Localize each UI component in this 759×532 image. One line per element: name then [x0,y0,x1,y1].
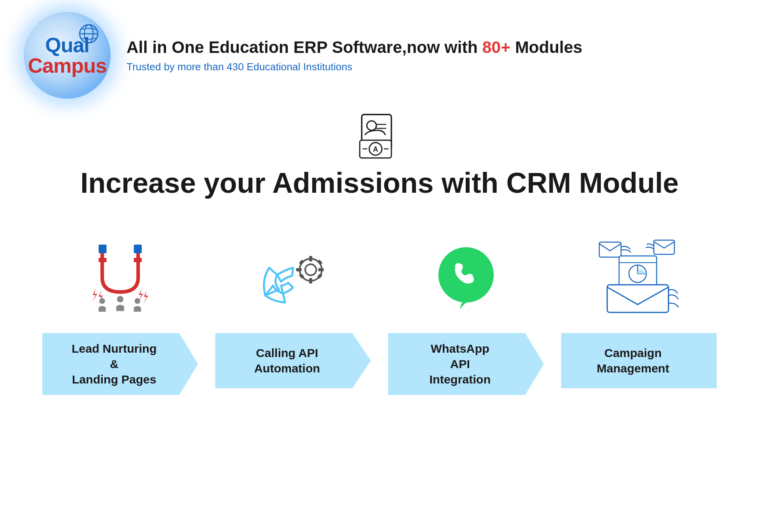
whatsapp-line3: Integration [429,373,491,386]
svg-rect-13 [134,245,142,254]
header-title-highlight: 80+ [482,38,510,56]
whatsapp-label-wrap: WhatsApp API Integration [380,333,553,395]
svg-rect-15 [134,258,142,262]
svg-rect-23 [296,268,302,271]
campaign-line2: Management [597,362,669,375]
person1 [98,298,106,312]
feature-whatsapp: WhatsApp API Integration [380,222,553,395]
svg-rect-34 [607,285,668,312]
lead-nurturing-line1: Lead Nurturing [72,342,157,355]
header: Qual Campus All in One Education ERP Sof… [0,0,759,107]
crm-icon: A [354,111,405,162]
svg-point-18 [134,298,140,304]
campaign-line1: Campaign [604,346,662,359]
feature-calling-api: Calling API Automation [207,222,380,395]
person2 [116,296,124,311]
svg-text:A: A [373,145,378,153]
svg-point-17 [117,296,123,303]
header-title-suffix: Modules [510,38,582,56]
whatsapp-label: WhatsApp API Integration [429,341,491,387]
svg-rect-22 [309,278,312,284]
calling-api-label-wrap: Calling API Automation [207,333,380,388]
lead-nurturing-icon-area [34,222,207,333]
svg-rect-21 [309,256,312,261]
svg-rect-12 [98,245,106,254]
lead-nurturing-arrow: Lead Nurturing & Landing Pages [42,333,198,395]
campaign-label: Campaign Management [597,345,669,376]
crm-icon-container: A [354,111,405,164]
person3 [134,298,141,312]
campaign-icon-area [553,222,726,333]
calling-api-line1: Calling API [256,346,318,359]
header-text: All in One Education ERP Software,now wi… [126,38,582,73]
svg-point-16 [99,298,105,304]
svg-rect-31 [654,240,674,254]
calling-api-icon-area [207,222,380,333]
campaign-label-wrap: Campaign Management [553,333,726,388]
svg-rect-24 [318,268,324,271]
main-content: A Increase your Admissions with CRM Modu… [0,107,759,411]
lead-nurturing-line3: Landing Pages [72,373,156,386]
campaign-arrow: Campaign Management [561,333,717,388]
lead-nurturing-label: Lead Nurturing & Landing Pages [72,341,157,387]
magnet-icon [85,238,156,317]
svg-point-29 [438,247,494,303]
phone-gear-icon [253,240,332,315]
campaign-icon [595,238,682,317]
logo-campus: Campus [28,55,106,76]
header-title: All in One Education ERP Software,now wi… [126,38,582,57]
header-subtitle: Trusted by more than 430 Educational Ins… [126,61,582,73]
globe-icon [78,23,100,45]
lead-nurturing-line2: & [110,357,119,370]
calling-api-arrow: Calling API Automation [215,333,371,388]
whatsapp-icon-area [380,222,553,333]
svg-rect-30 [599,242,621,257]
header-title-prefix: All in One Education ERP Software,now wi… [126,38,482,56]
calling-api-label: Calling API Automation [254,345,320,376]
features-row: Lead Nurturing & Landing Pages [34,222,725,395]
lead-nurturing-label-wrap: Lead Nurturing & Landing Pages [34,333,207,395]
feature-campaign: Campaign Management [553,222,726,395]
calling-api-line2: Automation [254,362,320,375]
svg-rect-14 [98,258,106,262]
whatsapp-line2: API [450,357,470,370]
feature-lead-nurturing: Lead Nurturing & Landing Pages [34,222,207,395]
logo-circle: Qual Campus [24,12,111,99]
whatsapp-line1: WhatsApp [431,342,489,355]
whatsapp-icon [432,244,500,311]
main-heading: Increase your Admissions with CRM Module [80,167,679,199]
svg-point-20 [305,264,316,275]
whatsapp-arrow: WhatsApp API Integration [388,333,544,395]
